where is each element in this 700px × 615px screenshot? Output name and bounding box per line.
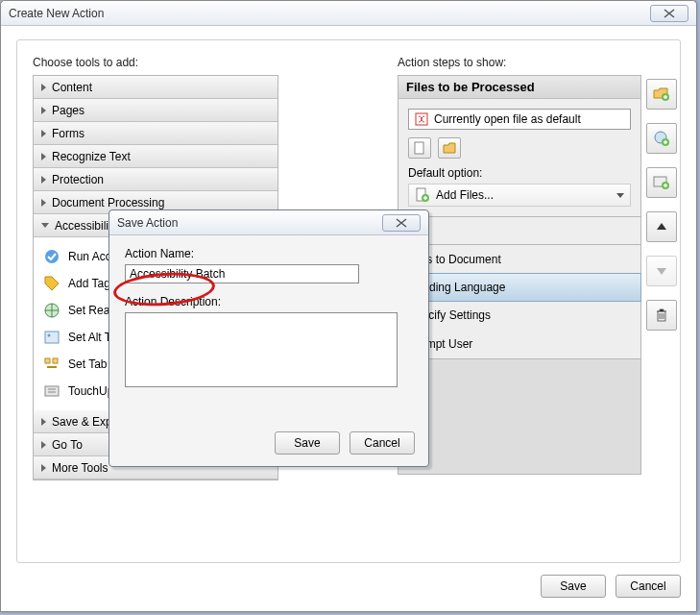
accordion-label: More Tools [52,461,108,475]
image-icon [43,329,60,346]
svg-rect-4 [45,358,50,363]
triangle-up-icon [656,221,667,233]
close-icon [395,218,408,228]
main-titlebar: Create New Action [1,1,696,26]
accordion-content[interactable]: Content [34,76,278,99]
chevron-right-icon [41,84,46,91]
action-description-label: Action Description: [125,295,413,308]
chevron-right-icon [41,441,46,449]
save-action-dialog: Save Action Action Name: Action Descript… [109,209,429,467]
dropdown-text: Add Files... [436,188,494,202]
side-buttons [646,79,679,344]
globe-plus-icon [653,130,670,147]
add-instruction-button[interactable] [646,123,677,154]
action-description-input[interactable] [125,312,398,387]
chevron-right-icon [41,153,46,160]
button-label: Cancel [364,436,399,450]
main-cancel-button[interactable]: Cancel [616,575,681,598]
add-panel-button[interactable] [646,167,677,198]
action-name-label: Action Name: [125,247,413,260]
pdf-icon [415,112,428,126]
files-panel: Files to be Processed Currently open fil… [398,75,641,217]
files-header: Files to be Processed [398,76,640,99]
globe-icon [43,302,60,319]
current-file-row: Currently open file as default [408,109,631,130]
step-prompt-user[interactable]: Prompt User [398,330,640,358]
default-option-label: Default option: [408,166,631,180]
touchup-icon [43,382,60,400]
modal-save-button[interactable]: Save [275,431,340,455]
add-folder-step-button[interactable] [646,79,677,110]
chevron-right-icon [41,418,46,426]
modal-close-button[interactable] [382,214,421,232]
modal-cancel-button[interactable]: Cancel [350,431,415,455]
accordion-label: Recognize Text [52,150,131,163]
tag-icon [43,275,60,292]
steps-empty-area [398,359,641,475]
chevron-right-icon [41,130,46,137]
window-title: Create New Action [9,7,104,20]
modal-footer: Save Cancel [275,431,415,455]
chevron-right-icon [41,176,46,184]
files-body: Currently open file as default Default o… [398,99,640,216]
folder-icon [443,141,456,155]
accordion-protection[interactable]: Protection [34,168,278,191]
close-icon [663,9,676,18]
svg-rect-8 [415,142,423,154]
accordion-label: Protection [52,173,104,186]
folder-plus-icon [653,86,670,103]
action-name-input[interactable] [125,264,359,283]
svg-rect-2 [45,332,59,343]
triangle-down-icon [656,265,667,277]
new-file-button[interactable] [408,137,431,159]
move-down-button[interactable] [646,256,677,286]
accordion-recognize-text[interactable]: Recognize Text [34,145,278,168]
chevron-right-icon [41,199,46,207]
step-tags-to-document[interactable]: Tags to Document [398,245,640,274]
panel-plus-icon [653,174,670,191]
delete-step-button[interactable] [646,300,677,331]
accordion-label: Go To [52,438,83,452]
modal-body: Action Name: Action Description: [109,235,428,390]
wand-icon [43,248,60,265]
accordion-label: Forms [52,127,84,140]
button-label: Save [560,579,586,593]
main-save-button[interactable]: Save [541,575,606,598]
accordion-forms[interactable]: Forms [34,122,278,145]
accordion-label: Document Processing [52,196,164,209]
chevron-right-icon [41,107,46,114]
modal-title: Save Action [117,216,178,230]
step-specify-settings[interactable]: Specify Settings [398,301,640,330]
folder-button[interactable] [438,137,461,159]
chevron-down-icon [41,223,49,228]
accordion-label: Pages [52,104,84,117]
default-option-dropdown[interactable]: Add Files... [408,184,631,207]
action-steps-column: Action steps to show: Files to be Proces… [398,56,641,475]
accordion-label: Content [52,81,92,94]
add-file-icon [415,187,430,203]
panel-gap [398,217,641,244]
accordion-pages[interactable]: Pages [34,99,278,122]
move-up-button[interactable] [646,211,677,242]
svg-point-0 [45,250,59,263]
modal-titlebar: Save Action [109,210,428,235]
choose-tools-label: Choose tools to add: [33,56,278,69]
steps-panel: Tags to Document Reading Language Specif… [398,244,641,359]
svg-point-3 [48,334,51,337]
main-footer: Save Cancel [541,575,681,598]
caret-down-icon [616,193,624,198]
order-icon [43,356,60,373]
button-label: Save [294,436,320,450]
step-reading-language[interactable]: Reading Language [398,273,641,302]
file-icon [413,141,426,155]
file-buttons [408,137,631,159]
chevron-right-icon [41,464,46,472]
svg-rect-6 [45,386,59,396]
svg-rect-5 [53,358,58,363]
current-file-text: Currently open file as default [434,112,581,126]
trash-icon [655,308,668,323]
button-label: Cancel [630,579,665,593]
close-button[interactable] [650,5,688,22]
action-steps-label: Action steps to show: [398,56,641,69]
